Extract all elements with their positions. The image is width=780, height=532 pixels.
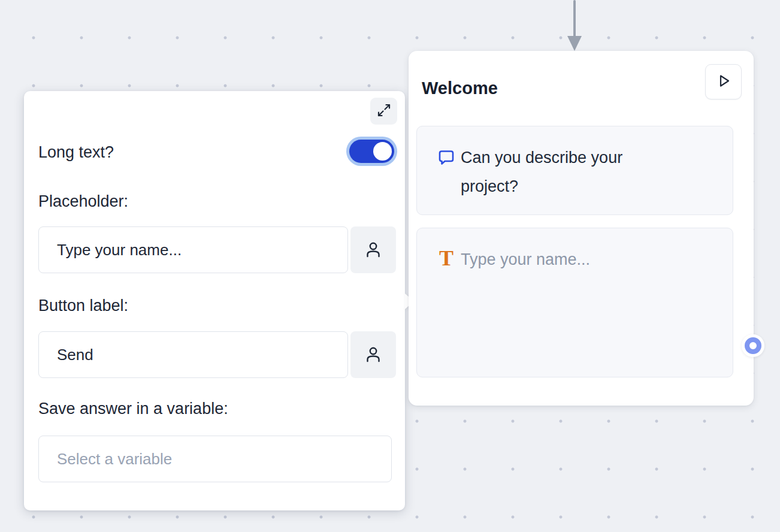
insert-variable-button[interactable] [350,331,396,378]
bubble-text: Can you describe your project? [461,143,670,201]
connection-point[interactable] [745,337,761,354]
button-label-input[interactable] [38,331,348,378]
group-node-welcome[interactable]: Welcome Can you describe your project? T… [409,51,754,406]
input-settings-popover: Long text? Placeholder: Button label: [24,91,405,510]
expand-button[interactable] [370,98,397,125]
long-text-label: Long text? [38,143,114,162]
input-placeholder-text: Type your name... [461,245,670,274]
flow-canvas[interactable]: Long text? Placeholder: Button label: [0,0,780,532]
edge-line [573,0,576,37]
play-icon [715,72,733,92]
preview-play-button[interactable] [705,64,742,99]
text-input-block[interactable]: T Type your name... [416,228,733,377]
placeholder-input[interactable] [38,226,348,273]
user-icon [364,344,383,365]
placeholder-label: Placeholder: [38,192,128,211]
chat-bubble-icon [437,148,456,167]
group-title[interactable]: Welcome [422,78,498,98]
button-label-label: Button label: [38,296,128,315]
toggle-track [349,140,394,163]
insert-variable-button[interactable] [350,226,396,273]
variable-select-input[interactable] [38,436,392,482]
edge-arrowhead-icon [567,36,582,51]
save-variable-label: Save answer in a variable: [38,399,228,418]
user-icon [364,240,383,261]
expand-icon [375,101,393,121]
long-text-toggle[interactable] [346,137,397,166]
text-input-icon: T [437,249,456,268]
toggle-knob [373,142,392,161]
text-bubble-block[interactable]: Can you describe your project? [416,126,733,215]
